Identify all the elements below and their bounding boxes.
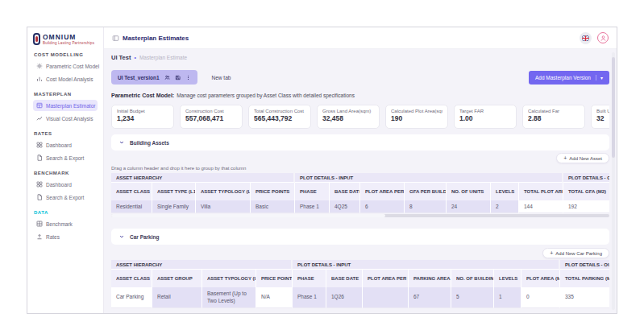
table-cell[interactable]: 4Q25 [330,200,360,213]
column-header-price-points[interactable]: PRICE POINTS [256,270,293,287]
column-header-levels[interactable]: LEVELS [491,183,519,200]
table-cell[interactable]: 335 [560,287,609,308]
table-cell[interactable] [363,287,409,308]
table-cell[interactable]: 24 [447,200,491,213]
new-tab-button[interactable]: New tab [212,75,231,80]
version-tab[interactable]: UI Test_version1 [111,70,197,85]
add-new-car-parking-button[interactable]: + Add New Car Parking [542,248,609,258]
table-row: ResidentialSingle FamilyVillaBasicPhase … [111,200,609,213]
stat-card-total-construction-cost: Total Construction Cost565,443,792 [248,105,311,129]
column-header-price-points[interactable]: PRICE POINTS [251,183,295,200]
table-cell[interactable]: 192 [563,200,609,213]
table-cell[interactable]: 6 [360,200,405,213]
accordion-car-parking[interactable]: Car Parking [111,229,609,245]
stat-card-label: Target FAR [459,109,511,113]
share-users-icon[interactable] [164,75,170,80]
sidebar-item-label: Search & Export [46,155,84,161]
sidebar-item-cost-model-analysis[interactable]: Cost Model Analysis [33,73,98,85]
sidebar-item-parametric-cost-model[interactable]: Parametric Cost Model [33,60,98,72]
column-header-asset-type-l1[interactable]: ASSET TYPE (L1) [152,183,196,200]
table-cell[interactable]: 144 [519,200,563,213]
table-cell[interactable]: Car Parking [111,287,152,308]
table-cell[interactable]: 1 [494,287,521,308]
table-cell[interactable]: Basement (Up to Two Levels) [202,287,256,308]
column-header-base-date[interactable]: BASE DATE [330,183,360,200]
column-header-no-of-units[interactable]: NO. OF UNITS [447,183,491,200]
nav-section-label-benchmark: BENCHMARK [34,171,97,175]
vertical-scrollbar[interactable] [612,52,615,310]
column-header-asset-group[interactable]: ASSET GROUP [152,270,202,287]
stat-card-value: 1,234 [117,114,168,122]
column-header-total-gfa-m2[interactable]: TOTAL GFA (M2) [563,183,609,200]
table-cell[interactable]: Villa [196,200,251,213]
sidebar-item-dashboard[interactable]: Dashboard [33,139,98,151]
column-header-total-parking-m2[interactable]: TOTAL PARKING (M2) [560,270,609,287]
sidebar-item-rates[interactable]: Rates [33,231,98,242]
sidebar-item-dashboard[interactable]: Dashboard [33,179,98,190]
save-icon[interactable] [175,75,181,80]
table-cell[interactable]: 1Q26 [326,287,363,308]
table-cell[interactable]: Retail [152,287,202,308]
accordion-building-assets[interactable]: Building Assets [111,134,609,151]
table-cell[interactable]: 2 [491,200,519,213]
language-flag-button[interactable] [580,32,592,44]
table-cell[interactable]: Phase 1 [295,200,330,213]
add-masterplan-version-button[interactable]: Add Masterplan Version ▾ [529,71,609,85]
scrollbar-thumb[interactable] [612,57,615,158]
add-new-asset-button[interactable]: + Add New Asset [556,153,609,163]
file-icon [36,155,43,161]
stat-card-calculated-plot-area-sqm: Calculated Plot Area(sqm)190 [385,105,448,129]
table-cell[interactable]: 5 [451,287,494,308]
column-header-parking-area[interactable]: PARKING AREA [409,270,451,287]
panel-toggle-icon[interactable] [112,35,119,42]
sidebar-item-label: Parametric Cost Model [46,64,99,69]
column-header-gfa-per-building[interactable]: GFA PER BUILDING [405,183,447,200]
group-drop-hint: Drag a column header and drop it here to… [111,166,609,171]
sidebar-item-masterplan-estimator[interactable]: Masterplan Estimator [33,100,98,111]
scrollbar-thumb[interactable] [111,214,385,217]
column-header-levels[interactable]: LEVELS [494,270,521,287]
sidebar-item-search-export[interactable]: Search & Export [33,152,98,163]
sidebar-item-search-export[interactable]: Search & Export [33,192,98,203]
table-cell[interactable]: Residential [111,200,152,213]
table-cell[interactable]: 67 [409,287,451,308]
column-header-plot-area-per-b[interactable]: PLOT AREA PER B... [360,183,405,200]
column-header-asset-class[interactable]: ASSET CLASS [111,183,152,200]
table-cell[interactable]: 8 [405,200,447,213]
column-header-total-plot-are[interactable]: TOTAL PLOT ARE... [519,183,563,200]
stat-card-value: 565,443,792 [254,114,305,122]
column-header-asset-typology-l2[interactable]: ASSET TYPOLOGY (L2) [196,183,251,200]
table-cell[interactable]: 0 [521,287,560,308]
group-header: ASSET HIERARCHY [111,173,295,183]
caret-down-icon[interactable]: ▾ [596,75,603,80]
table-cell[interactable]: Phase 1 [293,287,326,308]
column-header-base-date[interactable]: BASE DATE [326,270,363,287]
page-title: Masterplan Estimates [123,35,189,42]
table-cell[interactable]: Basic [251,200,295,213]
stat-card-label: Initial Budget [117,109,168,113]
table-cell[interactable]: N/A [256,287,293,308]
column-header-asset-typology-l2[interactable]: ASSET TYPOLOGY (L2) [202,270,256,287]
user-avatar[interactable] [597,32,609,43]
sidebar-item-label: Dashboard [46,182,72,188]
stat-card-construction-cost: Construction Cost557,068,471 [180,105,243,129]
column-header-asset-class[interactable]: ASSET CLASS [111,270,152,287]
sidebar-item-benchmark[interactable]: Benchmark [33,218,98,229]
more-vertical-icon[interactable] [185,75,191,80]
stat-card-value: 557,068,471 [185,114,237,122]
column-header-phase[interactable]: PHASE [295,183,330,200]
table-row: Car ParkingRetailBasement (Up to Two Lev… [111,287,609,308]
column-header-no-of-buildings[interactable]: NO. OF BUILDINGS [451,270,494,287]
stat-card-built-up-area-sqm: Built Up Area(sqm)32 [591,105,609,129]
column-header-plot-area-m2[interactable]: PLOT AREA (M2) [521,270,560,287]
sidebar-item-visual-cost-analysis[interactable]: Visual Cost Analysis [33,113,98,124]
column-header-plot-area-per-u[interactable]: PLOT AREA PER U... [363,270,409,287]
table-cell[interactable]: Single Family [152,200,196,213]
column-header-phase[interactable]: PHASE [293,270,326,287]
trend-icon [36,115,43,122]
sidebar-nav: COST MODELLINGParametric Cost ModelCost … [33,52,98,242]
horizontal-scrollbar[interactable] [111,214,609,217]
nav-section-label-rates: RATES [34,131,97,136]
chevron-down-icon [118,233,125,240]
group-header-row: ASSET HIERARCHYPLOT DETAILS - INPUTPLOT … [111,173,609,183]
